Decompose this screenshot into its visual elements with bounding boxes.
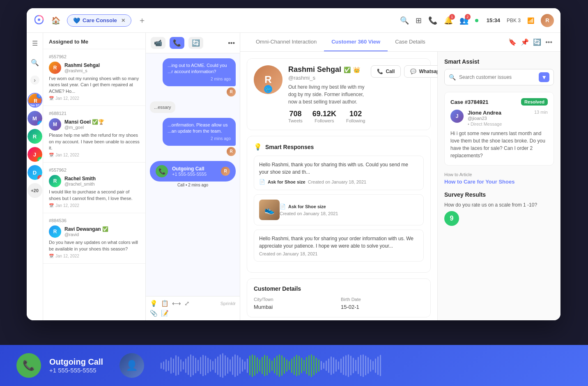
waveform-bar xyxy=(340,358,342,373)
tab-omni[interactable]: Omni-Channel Interaction xyxy=(248,33,324,51)
search-button[interactable]: 🔍 xyxy=(400,16,409,25)
conversation-item-4[interactable]: #884536 R Ravi Dewangan ✅ @ravid Do you … xyxy=(43,213,145,264)
waveform-bar xyxy=(296,355,297,376)
refresh-icon[interactable]: 🔄 xyxy=(533,38,541,46)
smart-response-1[interactable]: Hello Rashmi, thank you for sharing this… xyxy=(254,156,424,190)
emoji-button[interactable]: 💡 xyxy=(150,300,158,307)
call-avatar: R xyxy=(221,167,230,176)
care-console-tab[interactable]: 💙 Care Console ✕ xyxy=(67,14,131,27)
conv-handle-1: @rashmi_s xyxy=(64,68,100,73)
sidebar-chevron-button[interactable]: › xyxy=(30,76,39,85)
chat-messages: ...ing out to ACME. Could you ...r accou… xyxy=(146,53,240,296)
chat-action-buttons: 💡 📋 ⟷ ⤢ Sprinklr xyxy=(150,300,236,307)
sidebar-search-button[interactable]: 🔍 xyxy=(28,56,41,69)
call-icon: 📞 xyxy=(377,69,383,74)
home-button[interactable]: 🏠 xyxy=(51,16,60,25)
waveform-bar xyxy=(227,357,228,374)
waveform-bar xyxy=(262,357,263,374)
user-avatar[interactable]: R xyxy=(541,14,554,27)
conversation-item-3[interactable]: #557962 R Rachel Smith @rachel_smith I w… xyxy=(43,163,145,213)
conversation-item-1[interactable]: #557962 R Rashmi Sehgal @rashmi_s I've w… xyxy=(43,49,145,106)
tab-case[interactable]: Case Details xyxy=(388,33,433,51)
attach-button[interactable]: 📎 xyxy=(150,310,158,317)
conv-name-2: Mansi Goel ✅🏆 xyxy=(64,119,104,125)
survey-section: Survey Results How do you rate us on a s… xyxy=(444,191,554,226)
agents-button[interactable]: 👥2 xyxy=(459,16,469,25)
case-user-row: J Jione Andrea @jioan23 • Direct Message… xyxy=(450,110,548,126)
expand-button[interactable]: ⤢ xyxy=(184,300,190,307)
notes-button[interactable]: 📝 xyxy=(161,310,169,317)
waveform-bar xyxy=(333,357,334,374)
chat-panel: 📹 📞 🔄 ••• ...ing out to ACME. Could you … xyxy=(146,33,240,320)
waveform-bar xyxy=(252,354,253,377)
more-options-icon[interactable]: ••• xyxy=(545,39,552,46)
platform-badge-2: t xyxy=(37,121,42,126)
pin-icon[interactable]: 📌 xyxy=(521,38,529,46)
waveform-bar xyxy=(370,359,371,372)
tab-c360[interactable]: Customer 360 View xyxy=(324,33,388,51)
conv-avatar-2: M xyxy=(49,118,61,131)
tab-label: Care Console xyxy=(83,17,117,23)
platform-badge-4: w xyxy=(37,157,42,162)
notifications-button[interactable]: 🔔1 xyxy=(444,16,453,25)
smart-response-2[interactable]: 👟 📄 Ask for Shoe size Created on January… xyxy=(254,194,424,225)
active-conversation-avatar[interactable]: R 10m 32s f xyxy=(28,93,42,108)
conv-id-2: #688121 xyxy=(49,111,140,116)
template-button[interactable]: 📋 xyxy=(161,300,169,307)
video-call-button[interactable]: 📹 xyxy=(151,37,165,49)
chat-input-area: 💡 📋 ⟷ ⤢ Sprinklr 📎 📝 xyxy=(146,296,240,320)
status-indicator xyxy=(475,19,478,22)
call-bar-phone-button[interactable]: 📞 xyxy=(16,353,41,378)
bookmark-icon[interactable]: 🔖 xyxy=(508,38,517,46)
conversation-avatar-3[interactable]: R xyxy=(28,129,42,144)
search-input[interactable] xyxy=(459,74,535,80)
waveform-bar xyxy=(326,361,327,371)
conv-name-3: Rachel Smith xyxy=(64,176,96,182)
smart-responses-title: 💡 Smart Responses xyxy=(254,143,424,151)
conversation-avatar-5[interactable]: D ! xyxy=(28,165,42,180)
sidebar-icons: ☰ 🔍 › R 10m 32s f M t R J xyxy=(27,33,43,320)
close-tab-button[interactable]: ✕ xyxy=(121,18,125,23)
add-tab-button[interactable]: ＋ xyxy=(138,15,146,26)
phone-button[interactable]: 📞 xyxy=(428,16,437,25)
conv-date-4: 📅 Jan 12, 2022 xyxy=(49,254,140,258)
refresh-button[interactable]: 🔄 xyxy=(188,37,203,49)
conv-date-1: 📅 Jan 12, 2022 xyxy=(49,96,140,101)
menu-button[interactable]: ☰ xyxy=(30,37,40,50)
waveform-bar xyxy=(360,355,361,376)
phone-call-button[interactable]: 📞 xyxy=(170,37,184,49)
conversation-avatar-2[interactable]: M t xyxy=(28,111,42,126)
grid-button[interactable]: ⊞ xyxy=(416,16,422,25)
waveform xyxy=(161,353,572,378)
smart-response-3[interactable]: Hello Rashmi, thank you for sharing your… xyxy=(254,230,424,262)
waveform-bar xyxy=(215,358,216,373)
conversation-item-2[interactable]: #688121 M Mansi Goel ✅🏆 @m_goel Please h… xyxy=(43,106,145,163)
message-avatar-1: R xyxy=(227,87,236,96)
whatsapp-button[interactable]: 💬 Whatsapp xyxy=(404,65,437,78)
waveform-bar xyxy=(183,361,184,370)
call-bar-number: +1 555-555-5555 xyxy=(49,367,103,374)
city-detail: City/Town Mumbai xyxy=(254,297,337,310)
waveform-bar xyxy=(311,354,312,377)
article-link[interactable]: How to Care for Your Shoes xyxy=(444,179,554,185)
article-label: How to Article xyxy=(444,172,554,177)
conv-id-4: #884536 xyxy=(49,218,140,223)
case-user-handle: @jioan23 xyxy=(468,116,530,121)
waveform-bar xyxy=(368,357,369,374)
case-time: 13 min xyxy=(534,110,548,115)
more-conversations-badge[interactable]: +20 xyxy=(28,183,42,198)
conv-name-1: Rashmi Sehgal xyxy=(64,62,100,68)
conv-handle-2: @m_goel xyxy=(64,125,104,130)
profile-info: Rashmi Sehgal ✅ 👑 @rashmi_s Out here liv… xyxy=(288,65,365,123)
translate-button[interactable]: ⟷ xyxy=(172,300,181,307)
call-button[interactable]: 📞 Call xyxy=(371,65,401,78)
filter-button[interactable]: ▼ xyxy=(539,72,549,82)
conversation-avatar-4[interactable]: J w xyxy=(28,147,42,162)
response-text-1: Hello Rashmi, thank you for sharing this… xyxy=(259,161,418,176)
waveform-bar xyxy=(180,359,181,372)
waveform-bar xyxy=(355,360,356,371)
call-bar-title: Outgoing Call xyxy=(49,357,103,367)
waveform-bar xyxy=(291,358,292,373)
waveform-bar xyxy=(222,353,223,378)
chat-more-button[interactable]: ••• xyxy=(228,39,235,47)
